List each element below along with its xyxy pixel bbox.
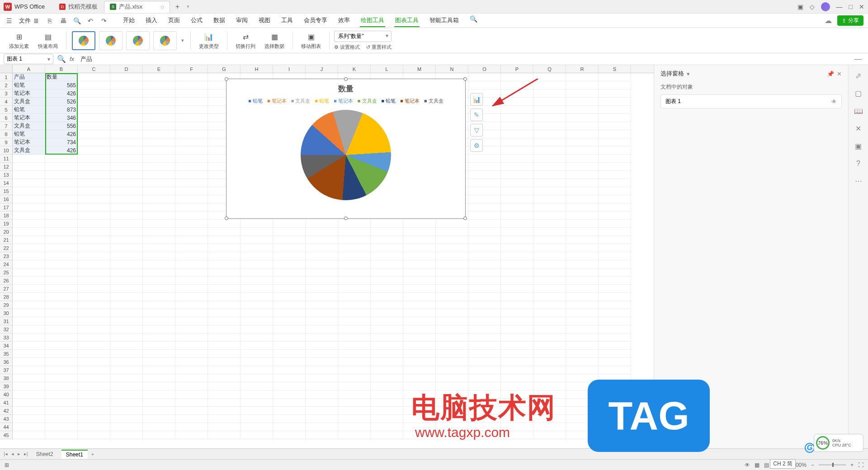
cell[interactable] [143,423,175,431]
cell[interactable] [306,431,338,439]
cell[interactable] [143,236,175,244]
cell[interactable] [143,114,175,122]
cell[interactable] [241,301,273,309]
object-list-item[interactable]: 图表 1 👁 [660,94,842,108]
cell[interactable] [110,293,143,301]
row-header[interactable]: 24 [0,260,13,268]
cell[interactable] [143,350,175,358]
cell[interactable] [45,358,78,366]
cell[interactable] [13,334,45,342]
menu-formula[interactable]: 公式 [190,14,203,27]
row-header[interactable]: 8 [0,130,13,138]
cell[interactable] [403,236,436,244]
cell[interactable] [468,81,501,89]
cell[interactable] [403,407,436,415]
cell[interactable] [468,350,501,358]
cell[interactable] [599,155,631,163]
cell[interactable] [143,220,175,228]
cell[interactable] [13,399,45,407]
cell[interactable] [436,334,468,342]
cell[interactable] [599,163,631,171]
row-header[interactable]: 23 [0,252,13,260]
cell[interactable] [436,228,468,236]
menu-page[interactable]: 页面 [167,14,181,27]
tab-menu-icon[interactable]: ○ [160,4,164,10]
name-box[interactable]: 图表 1▾ [4,54,53,64]
cell[interactable] [45,415,78,423]
cell[interactable] [501,163,533,171]
cell[interactable]: 556 [45,122,78,130]
cell[interactable] [45,293,78,301]
cell[interactable] [241,358,273,366]
cell[interactable] [338,407,371,415]
cell[interactable] [45,342,78,350]
cell[interactable] [533,366,566,374]
cell[interactable] [143,81,175,89]
menu-file[interactable]: 文件 [18,15,32,27]
cell[interactable] [208,382,241,390]
cell[interactable] [208,358,241,366]
row-header[interactable]: 14 [0,179,13,187]
cell[interactable]: 426 [45,146,78,155]
cell[interactable] [566,268,599,277]
menu-chart-tools[interactable]: 图表工具 [394,14,420,27]
cell[interactable] [45,179,78,187]
cell[interactable] [273,334,306,342]
sheet-tab-sheet1[interactable]: Sheet1 [61,450,88,459]
cell[interactable] [143,399,175,407]
cell[interactable]: 文具盒 [13,146,45,155]
cell[interactable] [306,407,338,415]
cell[interactable] [501,195,533,203]
resize-handle[interactable] [463,77,467,81]
cell[interactable] [403,260,436,268]
cell[interactable] [143,195,175,203]
row-header[interactable]: 37 [0,366,13,374]
cell[interactable] [436,382,468,390]
cell[interactable] [599,73,631,81]
cell[interactable] [13,277,45,285]
cell[interactable] [241,252,273,260]
cell[interactable] [45,268,78,277]
cell[interactable] [338,277,371,285]
cell[interactable] [501,350,533,358]
cell[interactable] [371,236,403,244]
cell[interactable] [13,268,45,277]
cell[interactable] [13,163,45,171]
cell[interactable] [175,212,208,220]
cell[interactable] [533,155,566,163]
cell[interactable] [501,122,533,130]
cell[interactable] [306,244,338,252]
column-header[interactable]: R [566,65,599,73]
more-icon[interactable]: ⋯ [855,177,862,185]
cell[interactable] [45,350,78,358]
cell[interactable] [78,130,110,138]
cell[interactable] [208,423,241,431]
cell[interactable] [143,268,175,277]
cell[interactable] [175,73,208,81]
cell[interactable] [78,138,110,146]
cell[interactable] [501,244,533,252]
cell[interactable] [45,431,78,439]
cell[interactable]: 笔记本 [13,138,45,146]
cell[interactable] [338,390,371,399]
cell[interactable] [143,89,175,98]
column-header[interactable]: G [208,65,241,73]
cell[interactable] [13,301,45,309]
cell[interactable] [110,203,143,212]
cursor-icon[interactable]: ⬀ [855,71,861,80]
legend-item[interactable]: 笔记本 [334,98,353,104]
cell[interactable] [241,228,273,236]
cell[interactable] [436,399,468,407]
cell[interactable] [566,179,599,187]
cell[interactable] [533,81,566,89]
cell[interactable] [566,155,599,163]
cell[interactable] [566,293,599,301]
style-more-icon[interactable]: ▾ [179,38,186,43]
cell[interactable] [110,138,143,146]
cell[interactable] [13,171,45,179]
cell[interactable] [13,195,45,203]
row-header[interactable]: 9 [0,138,13,146]
row-header[interactable]: 25 [0,268,13,277]
cell[interactable] [241,399,273,407]
cell[interactable] [208,317,241,325]
